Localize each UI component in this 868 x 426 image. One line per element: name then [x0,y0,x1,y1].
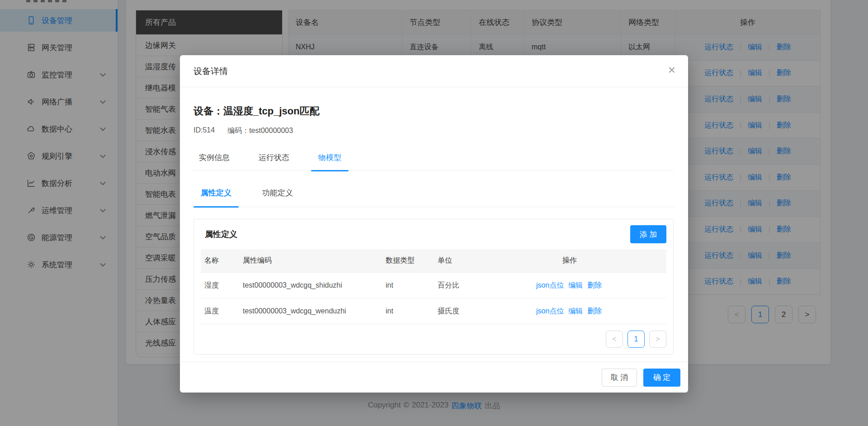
attribute-pagination: < 1 > [194,331,666,348]
attribute-row: 温度 test00000003_wdcgq_wenduzhi int 摄氏度 j… [201,298,666,324]
confirm-button[interactable]: 确 定 [643,369,680,387]
edit-link[interactable]: 编辑 [568,281,583,290]
subtab-function-definition[interactable]: 功能定义 [255,179,300,207]
pagination-prev-button[interactable]: < [606,331,623,348]
attr-actions-cell: json点位 编辑 删除 [533,281,666,290]
attr-code-cell: test00000003_wdcgq_wenduzhi [239,307,382,315]
tab-run-status[interactable]: 运行状态 [251,145,297,170]
col-header-data-type: 数据类型 [382,256,434,265]
delete-link[interactable]: 删除 [587,307,602,316]
device-meta: ID:514 编码：test00000003 [193,126,293,136]
device-detail-modal: 设备详情 × 设备：温湿度_tcp_json匹配 ID:514 编码：test0… [180,55,688,393]
col-header-name: 名称 [201,256,239,265]
attr-actions-cell: json点位 编辑 删除 [533,307,666,316]
col-header-unit: 单位 [434,256,533,265]
attr-name-cell: 湿度 [201,281,239,290]
attribute-row: 湿度 test00000003_wdcgq_shiduzhi int 百分比 j… [201,273,666,298]
col-header-actions: 操作 [533,256,666,265]
attr-unit-cell: 百分比 [434,281,533,290]
attr-name-cell: 温度 [201,307,239,316]
attribute-card: 属性定义 添 加 名称 属性编码 数据类型 单位 操作 湿度 test00000… [193,219,674,355]
pagination-page-1[interactable]: 1 [627,331,645,348]
tab-thing-model[interactable]: 物模型 [311,145,349,170]
tab-instance-info[interactable]: 实例信息 [192,145,237,170]
attr-code-cell: test00000003_wdcgq_shiduzhi [239,281,382,289]
modal-footer: 取 消 确 定 [180,362,688,393]
edit-link[interactable]: 编辑 [568,307,583,316]
add-button[interactable]: 添 加 [630,225,666,243]
modal-subtabs: 属性定义 功能定义 [193,179,675,207]
attr-type-cell: int [382,281,434,289]
json-point-link[interactable]: json点位 [536,307,564,316]
attr-type-cell: int [382,307,434,315]
pagination-next-button[interactable]: > [649,331,666,348]
device-title: 设备：温湿度_tcp_json匹配 [193,104,320,118]
attribute-table-body: 湿度 test00000003_wdcgq_shiduzhi int 百分比 j… [201,273,666,324]
col-header-code: 属性编码 [239,256,382,265]
attribute-table: 名称 属性编码 数据类型 单位 操作 湿度 test00000003_wdcgq… [201,249,666,324]
attribute-table-header: 名称 属性编码 数据类型 单位 操作 [201,249,666,273]
attr-unit-cell: 摄氏度 [434,307,533,316]
modal-header: 设备详情 × [180,55,688,87]
attribute-card-header: 属性定义 添 加 [194,219,673,249]
device-code: 编码：test00000003 [227,126,293,136]
close-icon[interactable]: × [668,62,675,78]
cancel-button[interactable]: 取 消 [602,369,637,387]
modal-tabs: 实例信息 运行状态 物模型 [192,145,675,171]
delete-link[interactable]: 删除 [587,281,602,290]
json-point-link[interactable]: json点位 [536,281,564,290]
attribute-card-title: 属性定义 [205,229,237,240]
device-id: ID:514 [193,126,215,136]
modal-title: 设备详情 [193,55,228,87]
subtab-attribute-definition[interactable]: 属性定义 [193,179,239,207]
